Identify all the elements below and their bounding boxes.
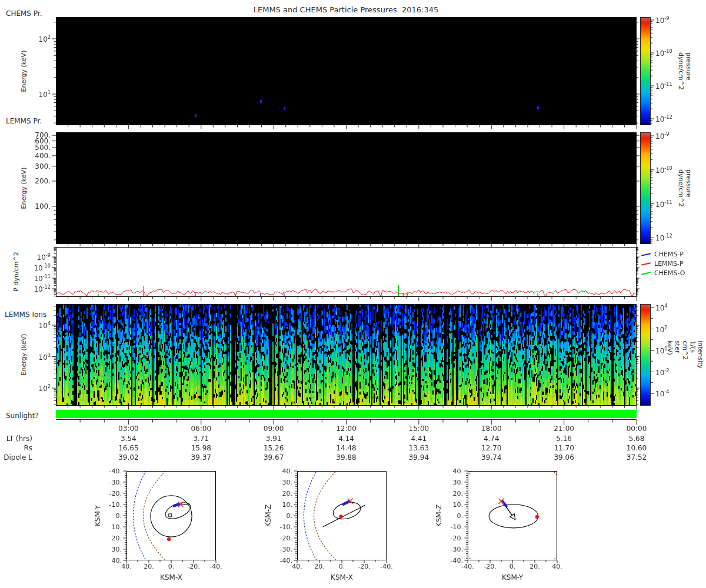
ephemeris-value: 4.41 [411, 435, 427, 443]
orbit-x-tick-label: 0. [168, 563, 175, 570]
orbit-y-tick-label: 40. [282, 467, 293, 475]
panel-label-sunlight: Sunlight? [6, 412, 39, 420]
time-tick-label: 09:00 [264, 425, 284, 433]
orbit-y-tick-label: 10. [112, 523, 122, 531]
y-tick-label: 102 [39, 383, 51, 393]
colorbar-tick-label: 10-12 [655, 114, 672, 123]
orbit-y-tick-label: 20. [453, 490, 464, 497]
y-tick-label: 400. [35, 152, 51, 160]
y-tick-label: 10-12 [34, 284, 51, 293]
y-axis-title-p3: P dyn/cm^2 [12, 252, 20, 291]
orbit-x-tick-label: 0. [339, 563, 345, 570]
y-axis-title-p2: Energy (keV) [20, 168, 28, 209]
orbit-y-tick-label: 20. [112, 534, 122, 542]
time-tick-label: 18:00 [481, 425, 502, 433]
orbit-x-tick-label: 20. [530, 563, 540, 570]
ephemeris-value: 10.60 [627, 444, 647, 452]
orbit-x-tick-label: 20. [144, 563, 154, 570]
ephemeris-value: 12.70 [481, 444, 501, 452]
pressure-line-plot [56, 247, 637, 297]
y-tick-label: 10-9 [37, 252, 51, 262]
orbit-y-tick-label: -20. [109, 490, 122, 497]
time-tick-label: 06:00 [191, 425, 211, 433]
time-tick-label: 21:00 [554, 425, 574, 433]
y-tick-label: 200. [35, 177, 51, 185]
chems-pressure-point [260, 100, 262, 103]
y-tick-label: 10-11 [34, 273, 51, 283]
orbit-x-tick-label: 40. [121, 563, 132, 570]
figure: LEMMS and CHEMS Particle Pressures 2016:… [0, 0, 706, 588]
orbit-x-tick-label: 40. [552, 563, 562, 570]
y-tick-label: 103 [39, 352, 51, 362]
ephemeris-value: 5.16 [556, 435, 572, 443]
ephemeris-value: 15.98 [191, 444, 211, 452]
ephemeris-value: 39.06 [554, 453, 574, 462]
y-tick-label: 102 [39, 34, 51, 44]
lemms-pressure-spectrogram [56, 132, 637, 244]
orbit-x-axis-title: KSM-X [160, 573, 182, 582]
orbit-y-tick-label: -20. [280, 534, 292, 542]
orbit-y-tick-label: -10. [109, 501, 122, 509]
ephemeris-value: 39.74 [481, 453, 501, 462]
orbit-y-tick-label: 20. [282, 490, 293, 497]
ephemeris-value: 39.88 [336, 453, 356, 462]
orbit-y-tick-label: -10. [280, 523, 292, 531]
colorbar-tick-label: 10-12 [655, 233, 672, 242]
ephemeris-value: 4.14 [338, 435, 354, 443]
ephemeris-row-label: Rs [24, 444, 32, 452]
ephemeris-value: 37.52 [627, 453, 647, 462]
y-tick-label: 300. [35, 162, 51, 171]
orbit-y-tick-label: 30. [453, 479, 464, 486]
pressure-line-series [56, 247, 637, 297]
colorbar-tick-label: 10-9 [655, 131, 669, 141]
orbit-y-tick-label: 0. [116, 512, 122, 520]
lemms-ions-spectrogram [56, 304, 637, 406]
colorbar-tick-label: 10-11 [655, 81, 672, 91]
y-tick-label: 10-10 [34, 263, 51, 272]
chems-pressure-point [284, 107, 285, 110]
colorbar-intensity [640, 304, 651, 406]
orbit-y-tick-label: -20. [451, 534, 463, 542]
figure-title: LEMMS and CHEMS Particle Pressures 2016:… [254, 5, 439, 14]
orbit-y-tick-label: 30. [282, 479, 293, 486]
colorbar-tick-label: 10-4 [655, 389, 669, 398]
orbit-y-tick-label: 10. [282, 501, 293, 509]
ephemeris-row-label: Dipole L [4, 453, 32, 462]
colorbar-title-3: intensity 1/(s cm^2 ster keV) [666, 340, 704, 369]
y-axis-title-p1: Energy (keV) [20, 51, 28, 92]
ephemeris-value: 5.68 [629, 435, 645, 443]
colorbar-tick-label: 104 [655, 303, 667, 312]
y-axis-title-p4: Energy (keV) [20, 334, 28, 376]
orbit-x-tick-label: -20. [484, 563, 496, 570]
time-tick-label: 12:00 [336, 425, 357, 433]
orbit-y-tick-label: -10. [451, 523, 463, 531]
panel-label-lemms: LEMMS Pr. [6, 117, 42, 125]
ephemeris-value: 39.94 [409, 453, 429, 462]
ephemeris-value: 14.48 [336, 444, 356, 452]
orbit-y-tick-label: -40. [280, 557, 292, 564]
ephemeris-value: 16.65 [118, 444, 138, 452]
ephemeris-value: 11.70 [554, 444, 574, 452]
colorbar-tick-label: 102 [655, 325, 667, 334]
chems-pressure-point [537, 106, 539, 109]
ephemeris-value: 39.02 [118, 453, 138, 462]
ephemeris-value: 13.63 [409, 444, 429, 452]
chems-pressure-point [195, 114, 197, 117]
orbit-y-axis-title: KSM-Z [435, 505, 443, 527]
ephemeris-value: 15.26 [264, 444, 284, 452]
orbit-x-tick-label: -20. [358, 563, 370, 570]
ions-spectrogram-canvas [56, 304, 637, 406]
y-tick-label: 101 [39, 89, 51, 99]
ephemeris-value: 3.91 [266, 435, 282, 443]
legend-line-chems-p [641, 253, 651, 256]
orbit-x-axis-title: KSM-X [331, 573, 353, 582]
ephemeris-value: 4.74 [484, 435, 499, 443]
colorbar-pressure-2 [640, 132, 651, 244]
orbit-x-tick-label: -40. [380, 563, 392, 570]
legend-line-lemms-p [641, 262, 651, 265]
y-tick-label: 100. [35, 202, 51, 211]
colorbar-title-1: pressure dyne/cm^2 [677, 52, 692, 90]
orbit-plot-orbit_yz [462, 468, 563, 566]
ephemeris-value: 3.54 [121, 435, 136, 443]
orbit-y-tick-label: 30. [112, 546, 122, 553]
